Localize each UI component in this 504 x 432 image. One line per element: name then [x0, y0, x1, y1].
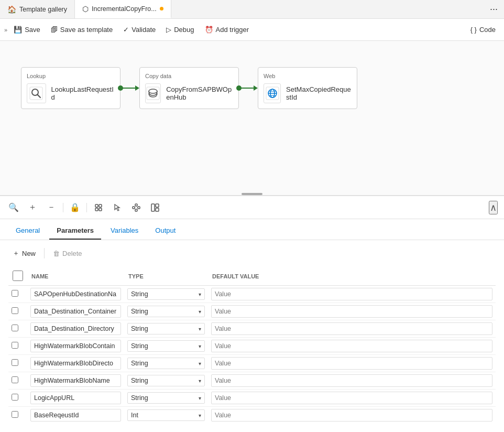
row-name-cell-1 — [27, 303, 124, 320]
chevron-down-icon: ▾ — [199, 395, 201, 401]
collapse-panel-button[interactable]: ∧ — [489, 201, 498, 214]
row-name-cell-0 — [27, 286, 124, 303]
row-value-input-1[interactable] — [211, 305, 492, 318]
select-all-checkbox[interactable] — [13, 271, 23, 281]
table-header-row: NAME TYPE DEFAULT VALUE — [8, 267, 496, 286]
row-type-cell-6: String ▾ — [124, 390, 208, 407]
lock-button[interactable]: 🔒 — [68, 200, 82, 215]
debug-layout-button[interactable] — [148, 200, 162, 215]
row-value-input-7[interactable] — [211, 409, 492, 422]
row-name-input-4[interactable] — [30, 357, 121, 370]
more-tabs-button[interactable]: ··· — [484, 0, 504, 19]
row-checkbox-2[interactable] — [12, 325, 18, 331]
validate-button[interactable]: ✓ Validate — [119, 24, 160, 36]
row-name-input-0[interactable] — [30, 288, 121, 300]
table-row: String ▾ — [8, 390, 496, 407]
tab-output-label: Output — [155, 226, 176, 234]
activity-copy-data[interactable]: Copy data CopyFromSAPBWOpenHub — [139, 67, 239, 109]
row-type-text-3: String — [131, 342, 148, 350]
save-icon: 💾 — [14, 26, 22, 34]
th-name: NAME — [27, 267, 124, 286]
row-value-cell-4 — [208, 355, 496, 372]
code-button[interactable]: { } Code — [466, 24, 500, 36]
delete-parameter-button[interactable]: 🗑 Delete — [49, 247, 86, 260]
svg-rect-13 — [95, 208, 98, 211]
row-checkbox-cell — [8, 286, 27, 303]
row-type-select-2[interactable]: String ▾ — [127, 323, 205, 334]
row-checkbox-4[interactable] — [12, 359, 18, 366]
zoom-in-button[interactable]: ＋ — [25, 200, 40, 215]
row-checkbox-1[interactable] — [12, 307, 18, 314]
save-label: Save — [25, 26, 40, 34]
tab-general[interactable]: General — [8, 222, 47, 240]
activity-lookup[interactable]: Lookup LookupLastRequestId — [21, 67, 120, 109]
tab-template-gallery[interactable]: 🏠 Template gallery — [0, 0, 75, 19]
svg-rect-16 — [135, 204, 137, 206]
pipeline-flow: Lookup LookupLastRequestId Copy data — [21, 67, 357, 109]
add-trigger-button[interactable]: ⏰ Add trigger — [201, 24, 254, 36]
expand-icon: » — [4, 27, 7, 33]
add-trigger-icon: ⏰ — [205, 26, 213, 34]
row-value-cell-5 — [208, 372, 496, 390]
row-value-cell-1 — [208, 303, 496, 320]
row-value-input-0[interactable] — [211, 288, 492, 300]
new-parameter-button[interactable]: ＋ New — [8, 246, 40, 260]
row-value-input-2[interactable] — [211, 322, 492, 335]
row-type-select-4[interactable]: String ▾ — [127, 358, 205, 369]
tab-parameters[interactable]: Parameters — [49, 222, 101, 240]
row-checkbox-6[interactable] — [12, 394, 18, 401]
row-value-input-5[interactable] — [211, 374, 492, 387]
table-row: String ▾ — [8, 303, 496, 320]
tab-variables[interactable]: Variables — [103, 222, 146, 240]
tab-pipeline[interactable]: ⬡ IncrementalCopyFro... — [75, 0, 171, 18]
row-type-select-7[interactable]: Int ▾ — [127, 409, 205, 421]
row-name-cell-7 — [27, 407, 124, 424]
row-type-select-1[interactable]: String ▾ — [127, 306, 205, 317]
row-name-input-7[interactable] — [30, 409, 121, 422]
row-value-input-6[interactable] — [211, 392, 492, 404]
row-checkbox-7[interactable] — [12, 411, 18, 418]
zoom-out-button[interactable]: － — [44, 200, 59, 215]
select-button[interactable] — [110, 200, 125, 215]
row-name-input-3[interactable] — [30, 340, 121, 352]
row-checkbox-5[interactable] — [12, 376, 18, 383]
drag-handle[interactable] — [242, 193, 262, 195]
th-checkbox — [8, 267, 27, 286]
save-as-template-button[interactable]: 🗐 Save as template — [47, 24, 117, 36]
row-type-text-2: String — [131, 325, 148, 332]
fit-screen-button[interactable] — [91, 200, 106, 215]
th-default-value: DEFAULT VALUE — [208, 267, 496, 286]
save-button[interactable]: 💾 Save — [9, 24, 45, 36]
layout-button[interactable] — [129, 200, 144, 215]
zoom-bar: 🔍 ＋ － 🔒 — [0, 196, 504, 219]
row-type-text-6: String — [131, 394, 148, 402]
params-toolbar-sep — [44, 248, 45, 258]
row-type-select-6[interactable]: String ▾ — [127, 392, 205, 404]
main-toolbar: » 💾 Save 🗐 Save as template ✓ Validate ▷… — [0, 19, 504, 41]
search-zoom-button[interactable]: 🔍 — [6, 200, 21, 215]
svg-rect-15 — [133, 207, 135, 209]
row-type-select-3[interactable]: String ▾ — [127, 340, 205, 352]
chevron-down-icon: ▾ — [199, 413, 201, 418]
activity-web[interactable]: Web SetMaxCopiedRequestId — [258, 67, 357, 109]
row-name-input-2[interactable] — [30, 322, 121, 335]
row-checkbox-cell — [8, 407, 27, 424]
activity-copy-data-type: Copy data — [145, 73, 233, 79]
tab-output[interactable]: Output — [148, 222, 183, 240]
row-checkbox-cell — [8, 355, 27, 372]
row-checkbox-0[interactable] — [12, 290, 18, 297]
row-name-input-1[interactable] — [30, 305, 121, 318]
params-toolbar: ＋ New 🗑 Delete — [8, 246, 496, 260]
svg-rect-18 — [138, 207, 140, 209]
save-as-template-icon: 🗐 — [51, 26, 58, 34]
pipeline-canvas[interactable]: Lookup LookupLastRequestId Copy data — [0, 41, 504, 196]
row-value-input-3[interactable] — [211, 340, 492, 352]
arrow-1 — [120, 85, 139, 91]
row-name-input-6[interactable] — [30, 392, 121, 404]
row-type-select-5[interactable]: String ▾ — [127, 375, 205, 386]
row-name-input-5[interactable] — [30, 374, 121, 387]
row-type-select-0[interactable]: String ▾ — [127, 288, 205, 300]
row-value-input-4[interactable] — [211, 357, 492, 370]
debug-button[interactable]: ▷ Debug — [162, 24, 198, 36]
row-checkbox-3[interactable] — [12, 342, 18, 349]
